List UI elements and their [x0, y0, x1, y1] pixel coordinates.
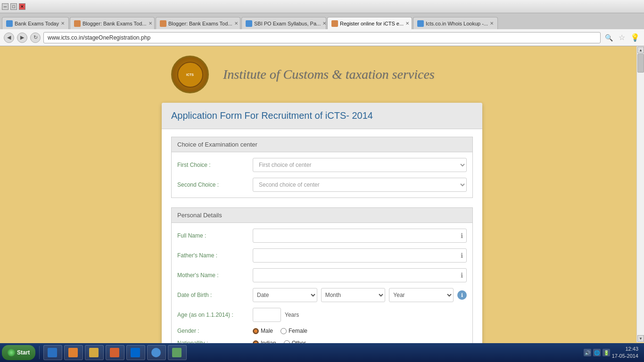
personal-details-header: Personal Details: [172, 208, 472, 223]
age-controls: Years: [253, 308, 299, 322]
tab-label-4: SBI PO Exam Syllabus, Pa...: [254, 21, 321, 26]
mothers-name-row: Mother's Name : ℹ: [177, 268, 467, 282]
first-choice-label: First Choice :: [177, 162, 253, 168]
scroll-up-arrow[interactable]: ▲: [637, 47, 644, 53]
gender-male-option[interactable]: Male: [253, 328, 273, 334]
start-button[interactable]: Start: [2, 345, 35, 360]
mothers-name-input[interactable]: [253, 268, 467, 282]
logo-inner: ICTS: [177, 62, 203, 88]
fathers-name-row: Father's Name : ℹ: [177, 248, 467, 263]
scrollbar-thumb[interactable]: [637, 54, 644, 73]
first-choice-select[interactable]: First choice of center: [253, 158, 467, 172]
age-input[interactable]: [253, 308, 281, 322]
taskbar-wmp[interactable]: [106, 345, 124, 360]
dob-year-select[interactable]: Year: [389, 288, 454, 302]
system-tray: 🔊 🌐 🔋 12:43 17-05-2014: [580, 346, 642, 360]
tab-2[interactable]: Blogger: Bank Exams Tod... ✕: [70, 17, 155, 29]
browser-chrome: ─ □ ✕ Bank Exams Today ✕ Blogger: Bank E…: [0, 0, 644, 46]
tab-3[interactable]: Blogger: Bank Exams Tod... ✕: [156, 17, 240, 29]
tab-favicon-4: [246, 20, 252, 27]
form-card: Application Form For Recruitment of iCTS…: [162, 103, 482, 362]
dob-month-select[interactable]: Month: [321, 288, 386, 302]
examination-center-header: Choice of Examination center: [172, 137, 472, 152]
clock-area: 12:43 17-05-2014: [612, 346, 638, 360]
dob-row: Date of Birth : Date Month Year ℹ: [177, 288, 467, 302]
tab-close-3[interactable]: ✕: [234, 21, 238, 26]
taskbar-ie[interactable]: [43, 345, 62, 360]
tab-close-1[interactable]: ✕: [61, 21, 65, 26]
minimize-button[interactable]: ─: [2, 3, 8, 10]
form-title: Application Form For Recruitment of iCTS…: [171, 110, 473, 121]
age-label: Age (as on 1.1.2014) :: [177, 312, 253, 318]
maximize-button[interactable]: □: [10, 3, 17, 10]
systray-icon-1: 🔊: [584, 349, 591, 356]
forward-button[interactable]: ▶: [17, 33, 27, 43]
tab-4[interactable]: SBI PO Exam Syllabus, Pa... ✕: [241, 17, 326, 29]
form-title-bar: Application Form For Recruitment of iCTS…: [162, 103, 482, 129]
tab-close-2[interactable]: ✕: [149, 21, 152, 26]
tab-label-3: Blogger: Bank Exams Tod...: [168, 21, 232, 26]
paint-icon: [172, 348, 182, 357]
tab-6[interactable]: Icts.co.in Whois Lookup -... ✕: [413, 17, 498, 29]
tab-close-4[interactable]: ✕: [322, 21, 326, 26]
taskbar-outlook[interactable]: [126, 345, 145, 360]
taskbar-folder[interactable]: [85, 345, 104, 360]
tabs-bar: Bank Exams Today ✕ Blogger: Bank Exams T…: [0, 13, 644, 29]
refresh-button[interactable]: ↻: [30, 33, 41, 43]
tab-label-6: Icts.co.in Whois Lookup -...: [426, 21, 488, 26]
first-choice-row: First Choice : First choice of center: [177, 158, 467, 172]
dob-label: Date of Birth :: [177, 292, 253, 298]
title-bar: ─ □ ✕: [0, 0, 644, 13]
second-choice-select[interactable]: Second choice of center: [253, 178, 467, 192]
wmp-icon: [110, 348, 119, 357]
full-name-label: Full Name :: [177, 232, 253, 239]
tab-favicon-6: [417, 20, 424, 27]
first-choice-control: First choice of center: [253, 158, 467, 172]
taskbar-chrome[interactable]: [147, 345, 166, 360]
bookmark-icon[interactable]: ☆: [617, 33, 627, 43]
site-title: Institute of Customs & taxation services: [223, 67, 435, 82]
full-name-info-icon: ℹ: [461, 232, 463, 239]
systray-icon-2: 🌐: [593, 349, 601, 356]
gender-female-option[interactable]: Female: [281, 328, 307, 334]
back-button[interactable]: ◀: [4, 33, 14, 43]
dob-date-select[interactable]: Date: [253, 288, 317, 302]
tab-5[interactable]: Register online for iCTS e... ✕: [327, 17, 412, 29]
gender-label: Gender :: [177, 328, 253, 334]
tab-close-6[interactable]: ✕: [490, 21, 494, 26]
taskbar-paint[interactable]: [168, 345, 187, 360]
chrome-icon: [151, 348, 161, 357]
personal-details-content: Full Name : ℹ Father's Name : ℹ: [172, 223, 472, 362]
tab-label-2: Blogger: Bank Exams Tod...: [83, 21, 147, 26]
scroll-down-arrow[interactable]: ▼: [637, 335, 644, 342]
lightbulb-icon: 💡: [630, 33, 640, 43]
outlook-icon: [131, 348, 140, 357]
full-name-input[interactable]: [253, 229, 467, 243]
mothers-name-label: Mother's Name :: [177, 272, 253, 279]
full-name-control: ℹ: [253, 229, 467, 243]
gender-female-radio[interactable]: [281, 328, 287, 334]
mothers-name-control: ℹ: [253, 268, 467, 282]
search-icon[interactable]: 🔍: [603, 33, 614, 43]
site-logo: ICTS: [171, 56, 209, 93]
dob-controls: Date Month Year ℹ: [253, 288, 467, 302]
tab-label-1: Bank Exams Today: [15, 21, 59, 26]
fathers-name-control: ℹ: [253, 248, 467, 263]
tab-1[interactable]: Bank Exams Today ✕: [2, 17, 69, 29]
taskbar-ff[interactable]: [64, 345, 83, 360]
url-input[interactable]: [43, 32, 601, 43]
tab-favicon-5: [331, 20, 338, 27]
clock-date: 17-05-2014: [612, 353, 638, 360]
tab-close-5[interactable]: ✕: [405, 21, 409, 26]
start-label: Start: [17, 349, 30, 356]
fathers-name-input[interactable]: [253, 248, 467, 263]
examination-center-content: First Choice : First choice of center Se…: [172, 152, 472, 197]
close-button[interactable]: ✕: [19, 3, 25, 10]
fathers-name-label: Father's Name :: [177, 252, 253, 259]
gender-row: Gender : Male Female: [177, 328, 467, 334]
taskbar: Start 🔊 🌐 🔋 12:43 17-05-2014: [0, 343, 644, 362]
gender-male-radio[interactable]: [253, 328, 259, 334]
scrollbar[interactable]: ▲ ▼: [636, 46, 644, 342]
second-choice-control: Second choice of center: [253, 178, 467, 192]
taskbar-divider-1: [39, 346, 40, 359]
